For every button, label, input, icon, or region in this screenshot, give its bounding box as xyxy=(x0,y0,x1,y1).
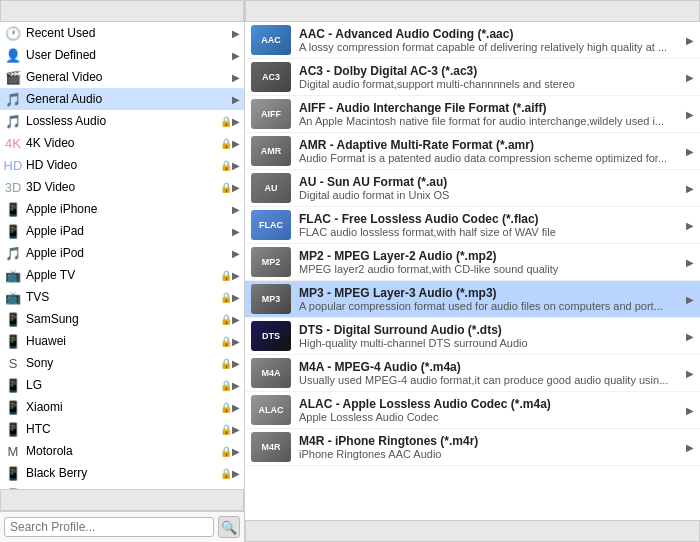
right-item-icon-dts: DTS xyxy=(251,321,291,351)
right-item-arrow-mp3: ▶ xyxy=(686,294,694,305)
left-item-blackberry[interactable]: 📱Black Berry🔒▶ xyxy=(0,462,244,484)
left-item-arrow-lossless-audio: ▶ xyxy=(232,116,240,127)
left-scroll-down[interactable] xyxy=(0,489,244,511)
right-item-au[interactable]: AUAU - Sun AU Format (*.au)Digital audio… xyxy=(245,170,700,207)
left-item-arrow-user-defined: ▶ xyxy=(232,50,240,61)
left-item-apple-ipod[interactable]: 🎵Apple iPod▶ xyxy=(0,242,244,264)
right-item-desc-dts: High-quality multi-channel DTS surround … xyxy=(299,337,679,349)
right-item-icon-mp3: MP3 xyxy=(251,284,291,314)
left-item-samsung[interactable]: 📱SamSung🔒▶ xyxy=(0,308,244,330)
right-item-desc-m4a: Usually used MPEG-4 audio format,it can … xyxy=(299,374,679,386)
lock-icon-xiaomi: 🔒 xyxy=(220,402,232,413)
right-item-icon-au: AU xyxy=(251,173,291,203)
left-item-label-general-audio: General Audio xyxy=(26,92,232,106)
left-item-arrow-4k-video: ▶ xyxy=(232,138,240,149)
right-item-arrow-aac: ▶ xyxy=(686,35,694,46)
right-item-icon-ac3: AC3 xyxy=(251,62,291,92)
right-item-mp3[interactable]: MP3MP3 - MPEG Layer-3 Audio (*.mp3)A pop… xyxy=(245,281,700,318)
left-item-icon-blackberry: 📱 xyxy=(4,464,22,482)
right-item-arrow-ac3: ▶ xyxy=(686,72,694,83)
left-item-4k-video[interactable]: 4K4K Video🔒▶ xyxy=(0,132,244,154)
left-item-3d-video[interactable]: 3D3D Video🔒▶ xyxy=(0,176,244,198)
right-item-alac[interactable]: ALACALAC - Apple Lossless Audio Codec (*… xyxy=(245,392,700,429)
right-item-text-m4a: M4A - MPEG-4 Audio (*.m4a)Usually used M… xyxy=(299,360,686,386)
left-item-icon-tvs: 📺 xyxy=(4,288,22,306)
right-item-title-ac3: AC3 - Dolby Digital AC-3 (*.ac3) xyxy=(299,64,686,78)
right-item-aiff[interactable]: AIFFAIFF - Audio Interchange File Format… xyxy=(245,96,700,133)
left-item-sony[interactable]: SSony🔒▶ xyxy=(0,352,244,374)
right-item-arrow-mp2: ▶ xyxy=(686,257,694,268)
left-item-general-video[interactable]: 🎬General Video▶ xyxy=(0,66,244,88)
right-list: AACAAC - Advanced Audio Coding (*.aac)A … xyxy=(245,22,700,520)
left-item-label-apple-iphone: Apple iPhone xyxy=(26,202,232,216)
left-item-label-4k-video: 4K Video xyxy=(26,136,220,150)
right-item-flac[interactable]: FLACFLAC - Free Lossless Audio Codec (*.… xyxy=(245,207,700,244)
right-item-text-mp2: MP2 - MPEG Layer-2 Audio (*.mp2)MPEG lay… xyxy=(299,249,686,275)
left-item-icon-motorola: M xyxy=(4,442,22,460)
lock-icon-blackberry: 🔒 xyxy=(220,468,232,479)
right-item-icon-aac: AAC xyxy=(251,25,291,55)
left-item-arrow-recent: ▶ xyxy=(232,28,240,39)
left-item-apple-iphone[interactable]: 📱Apple iPhone▶ xyxy=(0,198,244,220)
right-item-text-alac: ALAC - Apple Lossless Audio Codec (*.m4a… xyxy=(299,397,686,423)
lock-icon-lossless-audio: 🔒 xyxy=(220,116,232,127)
left-item-lossless-audio[interactable]: 🎵Lossless Audio🔒▶ xyxy=(0,110,244,132)
right-item-arrow-m4a: ▶ xyxy=(686,368,694,379)
lock-icon-3d-video: 🔒 xyxy=(220,182,232,193)
left-item-motorola[interactable]: MMotorola🔒▶ xyxy=(0,440,244,462)
lock-icon-hd-video: 🔒 xyxy=(220,160,232,171)
left-item-icon-3d-video: 3D xyxy=(4,178,22,196)
left-item-icon-hd-video: HD xyxy=(4,156,22,174)
right-item-arrow-aiff: ▶ xyxy=(686,109,694,120)
right-item-mp2[interactable]: MP2MP2 - MPEG Layer-2 Audio (*.mp2)MPEG … xyxy=(245,244,700,281)
left-item-htc[interactable]: 📱HTC🔒▶ xyxy=(0,418,244,440)
right-item-aac[interactable]: AACAAC - Advanced Audio Coding (*.aac)A … xyxy=(245,22,700,59)
left-item-label-user-defined: User Defined xyxy=(26,48,232,62)
left-item-icon-apple-ipad: 📱 xyxy=(4,222,22,240)
left-item-label-xiaomi: Xiaomi xyxy=(26,400,220,414)
right-scroll-down[interactable] xyxy=(245,520,700,542)
left-item-label-hd-video: HD Video xyxy=(26,158,220,172)
left-item-label-huawei: Huawei xyxy=(26,334,220,348)
left-list: 🕐Recent Used▶👤User Defined▶🎬General Vide… xyxy=(0,22,244,489)
left-item-label-samsung: SamSung xyxy=(26,312,220,326)
right-item-amr[interactable]: AMRAMR - Adaptive Multi-Rate Format (*.a… xyxy=(245,133,700,170)
left-item-arrow-samsung: ▶ xyxy=(232,314,240,325)
left-item-tvs[interactable]: 📺TVS🔒▶ xyxy=(0,286,244,308)
left-item-arrow-htc: ▶ xyxy=(232,424,240,435)
left-item-lg[interactable]: 📱LG🔒▶ xyxy=(0,374,244,396)
left-item-icon-apple-ipod: 🎵 xyxy=(4,244,22,262)
lock-icon-samsung: 🔒 xyxy=(220,314,232,325)
right-item-text-mp3: MP3 - MPEG Layer-3 Audio (*.mp3)A popula… xyxy=(299,286,686,312)
right-item-title-au: AU - Sun AU Format (*.au) xyxy=(299,175,686,189)
left-scroll-up[interactable] xyxy=(0,0,244,22)
left-item-arrow-lg: ▶ xyxy=(232,380,240,391)
right-item-arrow-au: ▶ xyxy=(686,183,694,194)
lock-icon-huawei: 🔒 xyxy=(220,336,232,347)
left-item-icon-recent: 🕐 xyxy=(4,24,22,42)
search-input[interactable] xyxy=(4,517,214,537)
left-item-arrow-tvs: ▶ xyxy=(232,292,240,303)
right-scroll-up[interactable] xyxy=(245,0,700,22)
right-item-ac3[interactable]: AC3AC3 - Dolby Digital AC-3 (*.ac3)Digit… xyxy=(245,59,700,96)
lock-icon-tvs: 🔒 xyxy=(220,292,232,303)
left-item-huawei[interactable]: 📱Huawei🔒▶ xyxy=(0,330,244,352)
left-item-xiaomi[interactable]: 📱Xiaomi🔒▶ xyxy=(0,396,244,418)
right-item-m4a[interactable]: M4AM4A - MPEG-4 Audio (*.m4a)Usually use… xyxy=(245,355,700,392)
lock-icon-lg: 🔒 xyxy=(220,380,232,391)
left-item-hd-video[interactable]: HDHD Video🔒▶ xyxy=(0,154,244,176)
right-item-text-ac3: AC3 - Dolby Digital AC-3 (*.ac3)Digital … xyxy=(299,64,686,90)
left-item-apple-tv[interactable]: 📺Apple TV🔒▶ xyxy=(0,264,244,286)
left-item-label-recent: Recent Used xyxy=(26,26,232,40)
right-item-m4r[interactable]: M4RM4R - iPhone Ringtones (*.m4r)iPhone … xyxy=(245,429,700,466)
left-item-arrow-apple-ipod: ▶ xyxy=(232,248,240,259)
search-button[interactable]: 🔍 xyxy=(218,516,240,538)
right-item-desc-alac: Apple Lossless Audio Codec xyxy=(299,411,679,423)
left-item-recent[interactable]: 🕐Recent Used▶ xyxy=(0,22,244,44)
left-item-general-audio[interactable]: 🎵General Audio▶ xyxy=(0,88,244,110)
left-item-icon-samsung: 📱 xyxy=(4,310,22,328)
right-item-dts[interactable]: DTSDTS - Digital Surround Audio (*.dts)H… xyxy=(245,318,700,355)
left-item-apple-ipad[interactable]: 📱Apple iPad▶ xyxy=(0,220,244,242)
left-item-user-defined[interactable]: 👤User Defined▶ xyxy=(0,44,244,66)
left-item-arrow-general-audio: ▶ xyxy=(232,94,240,105)
